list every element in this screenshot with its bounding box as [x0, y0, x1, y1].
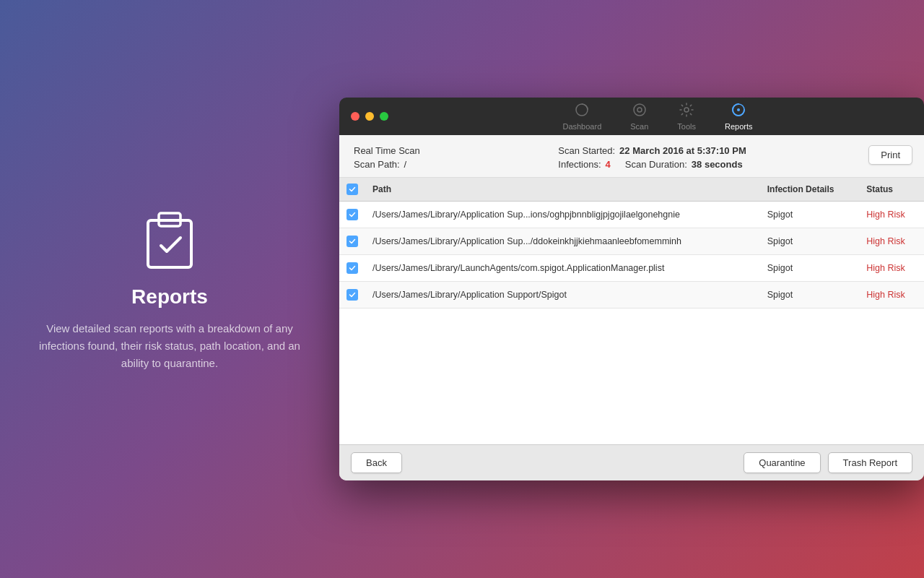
nav-item-dashboard[interactable]: Dashboard — [551, 100, 613, 134]
row-3-checkbox[interactable] — [346, 289, 358, 301]
svg-point-3 — [634, 104, 645, 116]
nav-item-reports[interactable]: Reports — [713, 100, 764, 134]
app-window: Dashboard Scan Tools — [339, 98, 924, 480]
row-status: High Risk — [859, 255, 924, 282]
row-path: /Users/James/Library/Application Support… — [365, 282, 760, 309]
left-panel: Reports View detailed scan reports with … — [0, 0, 339, 578]
row-path: /Users/James/Library/LaunchAgents/com.sp… — [365, 255, 760, 282]
clipboard-icon — [141, 206, 199, 271]
header-infection: Infection Details — [760, 178, 860, 202]
select-all-checkbox[interactable] — [346, 184, 358, 195]
infections-label: Infections: — [558, 159, 601, 170]
nav-reports-label: Reports — [725, 122, 753, 131]
table-row: /Users/James/Library/LaunchAgents/com.sp… — [339, 255, 924, 282]
left-panel-description: View detailed scan reports with a breakd… — [29, 320, 310, 372]
row-status: High Risk — [859, 282, 924, 309]
row-1-checkbox[interactable] — [346, 236, 358, 247]
nav-item-scan[interactable]: Scan — [619, 100, 660, 134]
left-panel-title: Reports — [131, 285, 208, 309]
row-infection: Spigot — [760, 255, 860, 282]
duration-label: Scan Duration: — [625, 159, 687, 170]
row-path: /Users/James/Library/Application Sup...i… — [365, 202, 760, 228]
duration-value: 38 seconds — [692, 159, 743, 170]
nav-scan-label: Scan — [630, 122, 648, 131]
nav-dashboard-label: Dashboard — [562, 122, 601, 131]
footer-right: Quarantine Trash Report — [744, 452, 912, 473]
scan-path-value: / — [404, 159, 407, 170]
main-content: Real Time Scan Scan Path: / Scan Started… — [339, 135, 924, 480]
row-checkbox-cell — [339, 282, 365, 309]
row-checkbox-cell — [339, 255, 365, 282]
print-button[interactable]: Print — [868, 145, 912, 165]
svg-point-5 — [684, 108, 689, 112]
infections-value: 4 — [606, 159, 611, 170]
scan-started-label: Scan Started: — [558, 145, 615, 156]
nav-item-tools[interactable]: Tools — [666, 100, 707, 134]
row-infection: Spigot — [760, 202, 860, 228]
results-table-container: Path Infection Details Status /Users/Jam… — [339, 178, 924, 444]
row-checkbox-cell — [339, 228, 365, 255]
row-checkbox-cell — [339, 202, 365, 228]
row-0-checkbox[interactable] — [346, 209, 358, 220]
minimize-button[interactable] — [365, 112, 374, 121]
svg-point-4 — [637, 108, 642, 112]
scan-path-label: Scan Path: — [354, 159, 400, 170]
trash-report-button[interactable]: Trash Report — [828, 452, 912, 473]
header-checkbox — [339, 178, 365, 202]
scan-icon — [632, 103, 647, 121]
row-2-checkbox[interactable] — [346, 262, 358, 274]
title-bar: Dashboard Scan Tools — [339, 98, 924, 135]
row-infection: Spigot — [760, 228, 860, 255]
row-status: High Risk — [859, 228, 924, 255]
nav-tools-label: Tools — [677, 122, 696, 131]
nav-bar: Dashboard Scan Tools — [403, 100, 912, 134]
footer-left: Back — [351, 452, 402, 473]
back-button[interactable]: Back — [351, 452, 402, 473]
svg-point-7 — [737, 108, 740, 111]
footer: Back Quarantine Trash Report — [339, 444, 924, 480]
header-status: Status — [859, 178, 924, 202]
close-button[interactable] — [351, 112, 359, 121]
table-row: /Users/James/Library/Application Support… — [339, 282, 924, 309]
tools-icon — [679, 103, 694, 121]
quarantine-button[interactable]: Quarantine — [744, 452, 820, 473]
maximize-button[interactable] — [380, 112, 388, 121]
reports-icon — [731, 103, 746, 121]
header-path: Path — [365, 178, 760, 202]
table-header-row: Path Infection Details Status — [339, 178, 924, 202]
row-infection: Spigot — [760, 282, 860, 309]
table-row: /Users/James/Library/Application Sup...i… — [339, 202, 924, 228]
row-status: High Risk — [859, 202, 924, 228]
dashboard-icon — [575, 103, 589, 121]
results-table: Path Infection Details Status /Users/Jam… — [339, 178, 924, 309]
scan-started-value: 22 March 2016 at 5:37:10 PM — [619, 145, 746, 156]
scan-type-label: Real Time Scan — [354, 145, 529, 156]
row-path: /Users/James/Library/Application Sup.../… — [365, 228, 760, 255]
traffic-lights — [351, 112, 388, 121]
scan-info-header: Real Time Scan Scan Path: / Scan Started… — [339, 135, 924, 178]
table-body: /Users/James/Library/Application Sup...i… — [339, 202, 924, 309]
table-row: /Users/James/Library/Application Sup.../… — [339, 228, 924, 255]
